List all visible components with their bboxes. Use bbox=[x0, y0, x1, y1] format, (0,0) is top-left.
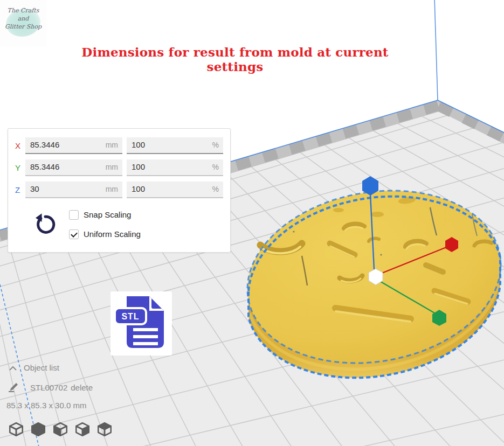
chevron-up-icon[interactable] bbox=[9, 365, 17, 372]
snap-scaling-label: Snap Scaling bbox=[84, 210, 131, 220]
scale-y-percent-field: % bbox=[127, 159, 223, 176]
view-solid-icon[interactable] bbox=[30, 421, 47, 437]
uniform-scaling-label: Uniform Scaling bbox=[84, 229, 141, 239]
scale-x-percent-field: % bbox=[127, 137, 223, 154]
scale-z-mm-field: mm bbox=[25, 182, 122, 198]
logo-line-1: The Crafts bbox=[0, 6, 46, 15]
view-left-icon[interactable] bbox=[74, 421, 91, 437]
axis-x-label: X bbox=[15, 137, 25, 154]
scale-row-z: Z mm % bbox=[8, 182, 230, 198]
object-list-item[interactable]: STL00702delete bbox=[30, 383, 93, 392]
scale-z-percent-field: % bbox=[127, 182, 223, 198]
axis-z-label: Z bbox=[15, 182, 25, 198]
scale-x-mm-field: mm bbox=[25, 137, 122, 154]
pencil-icon bbox=[7, 381, 20, 393]
scale-tool-panel: X mm % Y mm % Z mm bbox=[8, 128, 231, 253]
scale-row-x: X mm % bbox=[8, 137, 230, 154]
object-item-name: STL00702 bbox=[30, 383, 67, 392]
object-dimensions: 85.3 x 85.3 x 30.0 mm bbox=[6, 401, 86, 410]
scale-x-percent-input[interactable] bbox=[127, 137, 223, 153]
reset-scale-icon[interactable] bbox=[33, 212, 58, 237]
camera-view-toolbar bbox=[8, 421, 113, 437]
scale-z-percent-unit: % bbox=[212, 182, 219, 197]
scale-x-mm-unit: mm bbox=[106, 137, 118, 153]
uniform-scaling-checkbox[interactable] bbox=[69, 229, 79, 239]
view-front-icon[interactable] bbox=[52, 421, 69, 437]
view-top-icon[interactable] bbox=[96, 421, 113, 437]
axis-y-label: Y bbox=[15, 159, 25, 176]
logo-text: The Crafts and Glitter Shop bbox=[0, 6, 46, 31]
stl-badge-label: STL bbox=[121, 312, 139, 321]
object-item-delete-action[interactable]: delete bbox=[71, 383, 93, 392]
logo-line-3: Glitter Shop bbox=[0, 23, 46, 31]
stl-file-icon: STL bbox=[111, 291, 172, 356]
scale-z-mm-unit: mm bbox=[106, 182, 118, 197]
logo-line-2: and bbox=[0, 15, 46, 23]
scale-y-mm-unit: mm bbox=[106, 159, 118, 175]
snap-scaling-checkbox[interactable] bbox=[69, 210, 79, 220]
scale-y-percent-input[interactable] bbox=[127, 159, 223, 175]
stl-file-icon-card: STL bbox=[111, 291, 172, 356]
scale-row-y: Y mm % bbox=[8, 159, 230, 176]
application-window: The Crafts and Glitter Shop Dimensions f… bbox=[0, 0, 504, 446]
scale-z-percent-input[interactable] bbox=[127, 182, 223, 197]
shop-logo: The Crafts and Glitter Shop bbox=[0, 0, 46, 46]
scale-x-percent-unit: % bbox=[212, 137, 219, 153]
page-title: Dimensions for result from mold at curre… bbox=[51, 45, 419, 74]
view-3d-icon[interactable] bbox=[8, 421, 25, 437]
object-list-header[interactable]: Object list bbox=[24, 363, 59, 372]
scale-y-percent-unit: % bbox=[212, 159, 219, 175]
scale-y-mm-field: mm bbox=[25, 159, 122, 176]
